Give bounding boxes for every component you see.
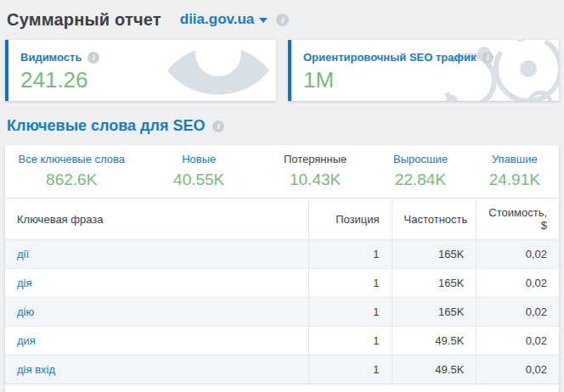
stat-lost-label: Потерянные (260, 153, 370, 165)
visibility-card: Видимость 241.26 (5, 40, 276, 101)
table-header-row: Ключевая фраза Позиция Частотность Стоим… (5, 199, 559, 240)
frequency-cell: 165K (392, 269, 477, 298)
keyword-link[interactable]: дії (17, 248, 29, 260)
cost-cell: 0,02 (477, 269, 559, 298)
cost-cell: 0,02 (477, 240, 559, 269)
domain-selector[interactable]: diia.gov.ua (180, 11, 268, 28)
position-cell: 1 (308, 327, 392, 356)
position-cell: 1 (308, 269, 392, 298)
stat-all-keywords[interactable]: Все ключевые слова 862.6K (5, 153, 138, 189)
stat-new[interactable]: Новые 40.55K (138, 153, 259, 189)
frequency-cell: 49.5K (392, 356, 477, 384)
info-icon[interactable] (87, 52, 99, 64)
visibility-label-text: Видимость (20, 51, 82, 64)
info-icon[interactable] (482, 52, 494, 64)
page-title: Суммарный отчет (7, 10, 161, 30)
stat-lost: Потерянные 10.43K (260, 153, 370, 189)
col-header-cost: Стоимость, $ (477, 199, 559, 240)
cost-cell: 0,02 (477, 356, 559, 384)
seo-traffic-label: Ориентировочный SEO трафик (303, 51, 494, 64)
stat-declined[interactable]: Упавшие 24.91K (471, 153, 559, 189)
stat-new-label[interactable]: Новые (138, 153, 259, 165)
page-header: Суммарный отчет diia.gov.ua (7, 8, 557, 31)
keywords-section-header: Ключевые слова для SEO (7, 117, 557, 135)
info-icon[interactable] (212, 120, 224, 132)
position-cell: 1 (308, 298, 392, 327)
keywords-panel: Все ключевые слова 862.6K Новые 40.55K П… (5, 145, 559, 392)
position-cell: 1 (308, 356, 392, 384)
table-row: дія вхід 1 49.5K 0,02 (5, 356, 559, 384)
cost-cell: 0,02 (477, 298, 559, 327)
keyword-link[interactable]: дия (17, 334, 36, 347)
position-cell: 1 (308, 240, 392, 269)
stat-declined-value: 24.91K (471, 171, 559, 189)
stat-all-keywords-value: 862.6K (5, 171, 138, 189)
table-footer: Показать все (5, 384, 559, 392)
info-icon[interactable] (276, 14, 289, 26)
stat-improved-value: 22.84K (370, 171, 470, 189)
visibility-label: Видимость (20, 51, 99, 64)
frequency-cell: 165K (392, 240, 477, 269)
table-row: дії 1 165K 0,02 (5, 240, 559, 269)
keyword-link[interactable]: дія (17, 277, 32, 289)
table-row: дия 1 49.5K 0,02 (5, 327, 559, 356)
visibility-value: 241.26 (20, 67, 264, 93)
summary-report-page: Суммарный отчет diia.gov.ua Видимость 24… (0, 0, 564, 392)
stat-lost-value: 10.43K (260, 171, 370, 189)
stat-all-keywords-label[interactable]: Все ключевые слова (5, 153, 138, 165)
stat-new-value: 40.55K (138, 171, 259, 189)
keyword-link[interactable]: дію (17, 305, 34, 318)
keywords-section-title: Ключевые слова для SEO (7, 117, 205, 135)
cost-cell: 0,02 (477, 327, 559, 356)
table-row: дію 1 165K 0,02 (5, 298, 559, 327)
col-header-phrase: Ключевая фраза (5, 199, 308, 240)
chevron-down-icon (259, 18, 268, 23)
stat-improved-label[interactable]: Выросшие (370, 153, 470, 165)
frequency-cell: 165K (392, 298, 477, 327)
frequency-cell: 49.5K (392, 327, 477, 356)
stat-declined-label[interactable]: Упавшие (471, 153, 559, 165)
col-header-position: Позиция (308, 199, 392, 240)
col-header-frequency: Частотность (392, 199, 477, 240)
domain-label: diia.gov.ua (180, 11, 255, 28)
stat-improved[interactable]: Выросшие 22.84K (370, 153, 470, 189)
keywords-table: Ключевая фраза Позиция Частотность Стоим… (5, 198, 559, 384)
keywords-stats-row: Все ключевые слова 862.6K Новые 40.55K П… (5, 145, 559, 198)
table-row: дія 1 165K 0,02 (5, 269, 559, 298)
metric-cards: Видимость 241.26 Ориентировочный SEO тра… (5, 40, 559, 101)
seo-traffic-card: Ориентировочный SEO трафик 1M (288, 40, 559, 101)
keyword-link[interactable]: дія вхід (17, 363, 55, 376)
seo-traffic-label-text: Ориентировочный SEO трафик (303, 51, 476, 64)
seo-traffic-value: 1M (303, 67, 547, 93)
